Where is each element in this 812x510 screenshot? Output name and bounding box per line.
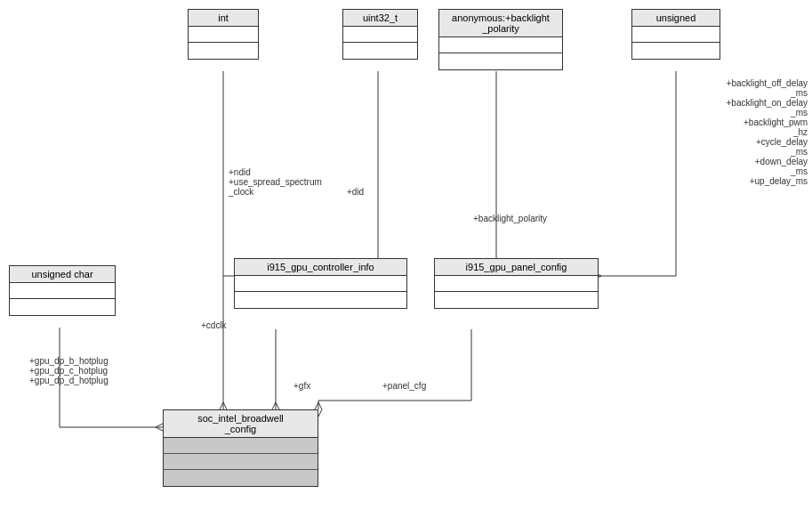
box-panel-config: i915_gpu_panel_config xyxy=(434,258,599,309)
box-int-s1 xyxy=(189,27,258,43)
box-unsigned-char-s2 xyxy=(10,299,115,315)
box-anonymous: anonymous:+backlight _polarity xyxy=(438,9,563,70)
box-uint32t-s2 xyxy=(343,43,417,59)
label-did: +did xyxy=(347,187,364,197)
box-soc-intel: soc_intel_broadwell _config xyxy=(163,409,318,487)
box-controller-info-s1 xyxy=(235,276,406,292)
label-backlight-labels: +backlight_off_delay _ms +backlight_on_d… xyxy=(727,78,808,186)
box-anonymous-s1 xyxy=(439,37,562,53)
connections-svg xyxy=(0,0,812,510)
box-panel-config-s1 xyxy=(435,276,598,292)
box-unsigned-char: unsigned char xyxy=(9,265,116,316)
box-soc-intel-s2 xyxy=(164,454,318,470)
box-unsigned-s1 xyxy=(632,27,720,43)
box-unsigned-s2 xyxy=(632,43,720,59)
label-cdclk: +cdclk xyxy=(201,320,227,330)
box-uint32t: uint32_t xyxy=(342,9,418,60)
box-unsigned-title: unsigned xyxy=(632,10,720,27)
box-uint32t-s1 xyxy=(343,27,417,43)
box-soc-intel-s1 xyxy=(164,438,318,454)
box-int-title: int xyxy=(189,10,258,27)
diagram-container: int uint32_t anonymous:+backlight _polar… xyxy=(0,0,812,510)
box-controller-info-title: i915_gpu_controller_info xyxy=(235,259,406,276)
label-backlight-polarity: +backlight_polarity xyxy=(473,214,547,223)
box-soc-intel-s3 xyxy=(164,470,318,486)
box-panel-config-title: i915_gpu_panel_config xyxy=(435,259,598,276)
box-anonymous-title: anonymous:+backlight _polarity xyxy=(439,10,562,37)
box-uint32t-title: uint32_t xyxy=(343,10,417,27)
box-int-s2 xyxy=(189,43,258,59)
label-gpu-dp: +gpu_dp_b_hotplug +gpu_dp_c_hotplug +gpu… xyxy=(29,356,109,385)
box-unsigned: unsigned xyxy=(631,9,720,60)
box-controller-info-s2 xyxy=(235,292,406,308)
label-ndid: +ndid +use_spread_spectrum _clock xyxy=(229,167,322,197)
box-int: int xyxy=(188,9,259,60)
label-gfx: +gfx xyxy=(293,381,310,391)
label-panel-cfg: +panel_cfg xyxy=(382,381,426,391)
box-unsigned-char-title: unsigned char xyxy=(10,266,115,283)
box-panel-config-s2 xyxy=(435,292,598,308)
box-unsigned-char-s1 xyxy=(10,283,115,299)
box-controller-info: i915_gpu_controller_info xyxy=(234,258,407,309)
box-anonymous-s2 xyxy=(439,53,562,69)
box-soc-intel-title: soc_intel_broadwell _config xyxy=(164,410,318,438)
